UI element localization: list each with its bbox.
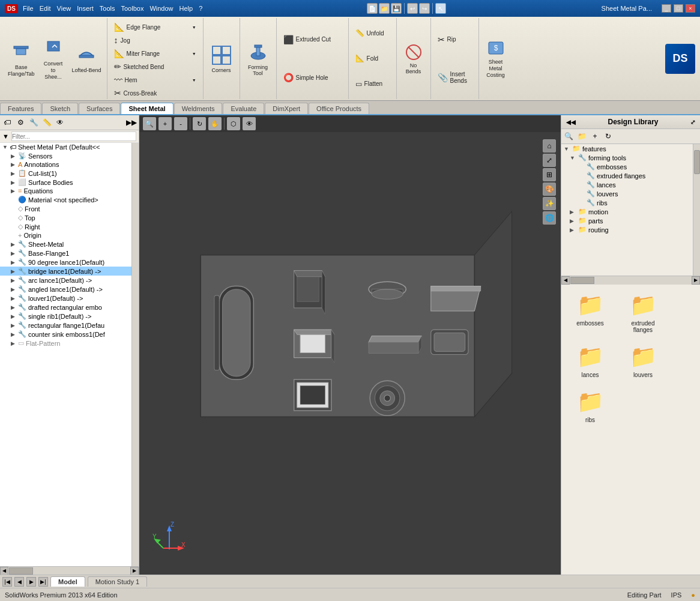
miter-flange-button[interactable]: 📐 Miter Flange ▼ bbox=[110, 47, 201, 60]
sketched-bend-button[interactable]: ✏ Sketched Bend bbox=[110, 60, 201, 73]
tree-item-angled-lance[interactable]: ▶ 🔧 angled lance1(Default) -> bbox=[0, 285, 131, 294]
expand-parts[interactable]: ▶ bbox=[570, 218, 577, 224]
right-tree-motion[interactable]: ▶ 📁 motion bbox=[561, 207, 693, 216]
tab-sheet-metal[interactable]: Sheet Metal bbox=[121, 103, 173, 114]
expand-flat-pattern[interactable]: ▶ bbox=[11, 340, 17, 346]
cross-break-button[interactable]: ✂ Cross-Break bbox=[110, 86, 201, 100]
undo-icon[interactable]: ↩ bbox=[407, 3, 418, 14]
insert-bends-button[interactable]: 📎 InsertBends bbox=[433, 71, 476, 84]
expand-rect-flange[interactable]: ▶ bbox=[11, 322, 17, 328]
open-icon[interactable]: 📁 bbox=[379, 3, 390, 14]
select-icon[interactable]: ↖ bbox=[435, 3, 446, 14]
folder-extruded-flanges[interactable]: 📁 extrudedflanges bbox=[619, 289, 667, 336]
tree-item-origin[interactable]: ▶ + Origin bbox=[0, 231, 131, 240]
redo-icon[interactable]: ↪ bbox=[419, 3, 430, 14]
tree-item-counter-sink[interactable]: ▶ 🔧 counter sink emboss1(Def bbox=[0, 330, 131, 339]
expand-sheet-metal[interactable]: ▶ bbox=[11, 241, 17, 247]
expand-sensors[interactable]: ▶ bbox=[11, 153, 17, 159]
zoom-to-fit-btn[interactable]: 🔍 bbox=[143, 117, 156, 130]
fold-button[interactable]: 📐 Fold bbox=[351, 52, 394, 65]
tab-surfaces[interactable]: Surfaces bbox=[79, 103, 120, 114]
expand-root[interactable]: ▼ bbox=[2, 144, 8, 150]
collapse-left-btn[interactable]: ◀◀ bbox=[566, 119, 576, 125]
right-tree-ribs[interactable]: ▶ 🔧 ribs bbox=[561, 198, 693, 207]
tab-dimxpert[interactable]: DimXpert bbox=[265, 103, 308, 114]
right-tree-parts[interactable]: ▶ 📁 parts bbox=[561, 216, 693, 225]
tree-item-bridge-lance[interactable]: ▶ 🔧 bridge lance1(Default) -> bbox=[0, 267, 131, 276]
panel-expand-btn[interactable]: ▶▶ bbox=[125, 116, 137, 128]
expand-forming-tools[interactable]: ▼ bbox=[570, 155, 577, 161]
edge-flange-button[interactable]: 📐 Edge Flange ▼ bbox=[110, 20, 201, 34]
menu-question[interactable]: ? bbox=[199, 5, 202, 12]
scroll-first-btn[interactable]: |◀ bbox=[2, 577, 12, 587]
expand-base-flange1[interactable]: ▶ bbox=[11, 250, 17, 256]
new-icon[interactable]: 📄 bbox=[367, 3, 378, 14]
expand-single-rib[interactable]: ▶ bbox=[11, 313, 17, 319]
expand-bridge-lance[interactable]: ▶ bbox=[11, 268, 17, 274]
feature-manager-btn[interactable]: 🏷 bbox=[1, 116, 13, 128]
simple-hole-button[interactable]: ⭕ Simple Hole bbox=[279, 71, 346, 84]
right-horiz-track[interactable] bbox=[570, 276, 692, 285]
add-to-lib-btn[interactable]: + bbox=[589, 130, 601, 142]
tree-item-drafted-embo[interactable]: ▶ 🔧 drafted rectangular embo bbox=[0, 303, 131, 312]
pan-btn[interactable]: ✋ bbox=[208, 117, 222, 130]
menu-help[interactable]: Help bbox=[180, 5, 193, 12]
sheet-metal-costing-button[interactable]: $ SheetMetalCosting bbox=[481, 35, 510, 83]
flatten-button[interactable]: ▭ Flatten bbox=[351, 77, 394, 91]
config-manager-btn[interactable]: 🔧 bbox=[28, 116, 40, 128]
left-scroll-thumb[interactable] bbox=[9, 567, 33, 575]
realview-btn[interactable]: ✨ bbox=[543, 197, 556, 210]
expand-drafted-embo[interactable]: ▶ bbox=[11, 304, 17, 310]
tree-item-front[interactable]: ▶ ◇ Front bbox=[0, 204, 131, 213]
tree-scrollbar[interactable] bbox=[131, 143, 139, 566]
menu-file[interactable]: File bbox=[23, 5, 34, 12]
home-view-btn[interactable]: ⌂ bbox=[543, 139, 556, 153]
folder-ribs[interactable]: 📁 ribs bbox=[566, 386, 614, 426]
left-scroll-left[interactable]: ◀ bbox=[0, 567, 8, 575]
menu-toolbox[interactable]: Toolbox bbox=[121, 5, 143, 12]
scroll-prev-btn[interactable]: ◀ bbox=[14, 577, 24, 587]
right-scroll-thumb[interactable] bbox=[694, 150, 700, 174]
right-tree-routing[interactable]: ▶ 📁 routing bbox=[561, 225, 693, 234]
tree-item-louver[interactable]: ▶ 🔧 louver1(Default) -> bbox=[0, 294, 131, 303]
tree-item-base-flange1[interactable]: ▶ 🔧 Base-Flange1 bbox=[0, 249, 131, 258]
lofted-bend-button[interactable]: Lofted-Bend bbox=[69, 40, 104, 77]
tab-motion-study[interactable]: Motion Study 1 bbox=[88, 576, 147, 587]
tree-item-surface-bodies[interactable]: ▶ ⬜ Surface Bodies bbox=[0, 178, 131, 187]
tree-item-flat-pattern[interactable]: ▶ ▭ Flat-Pattern bbox=[0, 339, 131, 348]
corners-button[interactable]: Corners bbox=[206, 35, 237, 83]
expand-louver[interactable]: ▶ bbox=[11, 295, 17, 301]
right-horiz-scroll-right[interactable]: ▶ bbox=[692, 276, 700, 285]
tree-item-arc-lance[interactable]: ▶ 🔧 arc lance1(Default) -> bbox=[0, 276, 131, 285]
view-type-btn[interactable]: 👁 bbox=[243, 117, 256, 130]
forming-tool-button[interactable]: FormingTool bbox=[243, 35, 274, 83]
tree-item-root[interactable]: ▼ 🏷 Sheet Metal Part (Default<< bbox=[0, 143, 131, 151]
rip-button[interactable]: ✂ Rip bbox=[433, 33, 476, 46]
tree-item-top[interactable]: ▶ ◇ Top bbox=[0, 213, 131, 222]
tab-model[interactable]: Model bbox=[50, 576, 85, 587]
no-bends-button[interactable]: NoBends bbox=[399, 40, 428, 77]
zoom-fit-btn[interactable]: ⤢ bbox=[543, 154, 556, 167]
tab-sketch[interactable]: Sketch bbox=[42, 103, 78, 114]
expand-90-lance[interactable]: ▶ bbox=[11, 259, 17, 265]
view-orientation-btn[interactable]: ⬡ bbox=[227, 117, 240, 130]
expand-cutlist[interactable]: ▶ bbox=[11, 171, 17, 177]
base-flange-button[interactable]: BaseFlange/Tab bbox=[5, 40, 38, 77]
right-tree-lances[interactable]: ▶ 🔧 lances bbox=[561, 180, 693, 189]
tree-item-single-rib[interactable]: ▶ 🔧 single rib1(Default) -> bbox=[0, 312, 131, 321]
hem-button[interactable]: 〰 Hem ▼ bbox=[110, 73, 201, 86]
folder-embosses[interactable]: 📁 embosses bbox=[566, 289, 614, 336]
expand-routing[interactable]: ▶ bbox=[570, 227, 577, 233]
scroll-next-btn[interactable]: ▶ bbox=[26, 577, 36, 587]
tree-item-90-lance[interactable]: ▶ 🔧 90 degree lance1(Default) bbox=[0, 258, 131, 267]
search-lib-btn[interactable]: 🔍 bbox=[563, 130, 575, 142]
right-horiz-scroll-left[interactable]: ◀ bbox=[561, 276, 570, 285]
dim-xpert-btn[interactable]: 📏 bbox=[41, 116, 53, 128]
convert-to-sheet-button[interactable]: ConverttoShee... bbox=[39, 40, 68, 77]
tab-weldments[interactable]: Weldments bbox=[174, 103, 223, 114]
add-location-btn[interactable]: 📁 bbox=[576, 130, 588, 142]
maximize-button[interactable]: □ bbox=[674, 4, 683, 13]
tree-item-equations[interactable]: ▶ = Equations bbox=[0, 187, 131, 195]
menu-view[interactable]: View bbox=[57, 5, 71, 12]
tab-features[interactable]: Features bbox=[0, 103, 41, 114]
